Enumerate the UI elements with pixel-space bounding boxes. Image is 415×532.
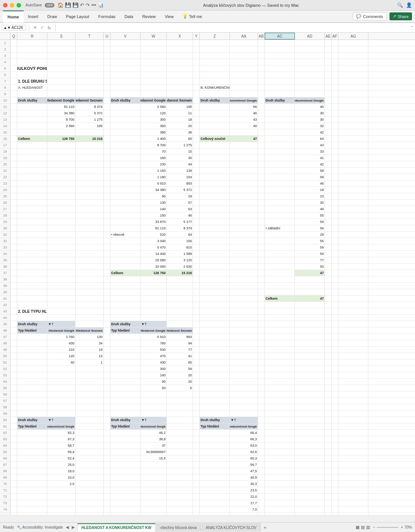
cell-AA5[interactable]	[230, 65, 258, 71]
cell-AG67[interactable]	[338, 462, 368, 468]
cell-Q3[interactable]	[11, 53, 17, 59]
cell-Z71[interactable]	[200, 487, 230, 493]
cell-T19[interactable]	[75, 155, 104, 161]
cell-AD68[interactable]	[295, 468, 325, 474]
cell-Z21[interactable]	[200, 168, 230, 174]
cell-AB62[interactable]	[258, 430, 265, 436]
cell-X70[interactable]	[167, 481, 193, 487]
cell-AG30[interactable]	[338, 225, 368, 231]
cell-U4[interactable]	[104, 59, 110, 65]
cell-V52[interactable]	[110, 366, 140, 372]
cell-Z15[interactable]	[200, 129, 230, 135]
cell-R3[interactable]	[17, 53, 47, 59]
cell-Z44[interactable]	[200, 315, 230, 321]
cell-S27[interactable]	[47, 206, 75, 212]
zoom-slider[interactable]: ────────	[377, 525, 399, 529]
cell-R46[interactable]: Typ hledání	[17, 327, 47, 333]
cell-AF58[interactable]	[332, 404, 338, 410]
cell-Q20[interactable]	[11, 161, 17, 167]
cell-W34[interactable]: 14 440	[140, 251, 167, 257]
cell-AA14[interactable]: 40	[230, 123, 258, 129]
cell-V23[interactable]	[110, 180, 140, 186]
cell-Z63[interactable]	[200, 436, 230, 442]
accessibility-label[interactable]: 🔧 Accessibility: Investigate	[17, 525, 63, 529]
cell-Q53[interactable]	[11, 372, 17, 378]
cell-X26[interactable]: 57	[167, 200, 193, 206]
cell-V36[interactable]	[110, 264, 140, 270]
cell-Z41[interactable]	[200, 296, 230, 302]
cell-T5[interactable]	[75, 65, 104, 71]
cell-U19[interactable]	[104, 155, 110, 161]
cell-AB64[interactable]	[258, 443, 265, 449]
cell-AC44[interactable]	[265, 315, 295, 321]
cell-T32[interactable]	[75, 238, 104, 244]
cell-V31[interactable]: • obecné	[110, 232, 140, 238]
cell-AA12[interactable]: 46	[230, 110, 258, 116]
cell-Y41[interactable]	[193, 296, 200, 302]
cell-AE15[interactable]	[325, 129, 332, 135]
cell-Y43[interactable]	[193, 308, 200, 314]
cell-Y49[interactable]	[193, 347, 200, 353]
cell-T44[interactable]	[75, 315, 104, 321]
cell-AG35[interactable]	[338, 257, 368, 263]
cell-AD7[interactable]	[295, 78, 325, 84]
cell-AE28[interactable]	[325, 212, 332, 218]
cell-U21[interactable]	[104, 168, 110, 174]
cell-AG51[interactable]	[338, 359, 368, 365]
cell-R38[interactable]	[17, 276, 47, 282]
minimize-button[interactable]	[10, 3, 14, 8]
cell-X8[interactable]	[167, 85, 193, 91]
cell-T10[interactable]: Hledanost Seznam	[75, 97, 104, 103]
cell-AB37[interactable]	[258, 270, 265, 276]
cell-Q41[interactable]	[11, 296, 17, 302]
cell-W25[interactable]: 90	[140, 193, 167, 199]
cell-Z30[interactable]	[200, 225, 230, 231]
cell-U10[interactable]	[104, 97, 110, 103]
cell-S72[interactable]	[47, 494, 75, 500]
cell-Y12[interactable]	[193, 110, 200, 116]
cell-R74[interactable]	[17, 506, 47, 512]
cell-AC14[interactable]	[265, 123, 295, 129]
cell-AE62[interactable]	[325, 430, 332, 436]
cell-AB15[interactable]	[258, 129, 265, 135]
cell-AB73[interactable]	[258, 500, 265, 506]
cell-R24[interactable]	[17, 187, 47, 193]
cell-AG63[interactable]	[338, 436, 368, 442]
cell-AE5[interactable]	[325, 65, 332, 71]
cell-S13[interactable]: 8 700	[47, 117, 75, 123]
cell-V44[interactable]	[110, 315, 140, 321]
cell-AB65[interactable]	[258, 449, 265, 455]
cell-AC54[interactable]	[265, 379, 295, 385]
cell-AC26[interactable]	[265, 200, 295, 206]
cell-AA1[interactable]	[230, 40, 258, 46]
cell-R72[interactable]	[17, 494, 47, 500]
cell-V54[interactable]	[110, 379, 140, 385]
cell-AG69[interactable]	[338, 474, 368, 480]
cell-AG62[interactable]	[338, 430, 368, 436]
cell-X57[interactable]	[167, 398, 193, 404]
cell-AF16[interactable]	[332, 136, 338, 142]
cell-Y11[interactable]	[193, 104, 200, 110]
cell-AG54[interactable]	[338, 379, 368, 385]
cell-V38[interactable]	[110, 276, 140, 282]
cell-U32[interactable]	[104, 238, 110, 244]
cell-W41[interactable]	[140, 296, 167, 302]
cell-X46[interactable]: Hledanost Seznam	[167, 327, 193, 333]
cell-X3[interactable]	[167, 53, 193, 59]
cell-Q52[interactable]	[11, 366, 17, 372]
cell-AA22[interactable]	[230, 174, 258, 180]
cell-X39[interactable]	[167, 283, 193, 289]
cell-X11[interactable]: 195	[167, 104, 193, 110]
cell-AC31[interactable]	[265, 232, 295, 238]
cell-AG46[interactable]	[338, 327, 368, 333]
cell-Z60[interactable]: Druh služby	[200, 417, 230, 423]
cell-AD55[interactable]	[295, 385, 325, 391]
cell-Z20[interactable]	[200, 161, 230, 167]
cell-V45[interactable]: Druh služby	[110, 321, 140, 327]
cell-W36[interactable]: 32 060	[140, 264, 167, 270]
cell-AC55[interactable]	[265, 385, 295, 391]
cell-AF51[interactable]	[332, 359, 338, 365]
cell-U31[interactable]	[104, 232, 110, 238]
cell-Q10[interactable]	[11, 97, 17, 103]
cell-S47[interactable]: 1 760	[47, 334, 75, 340]
